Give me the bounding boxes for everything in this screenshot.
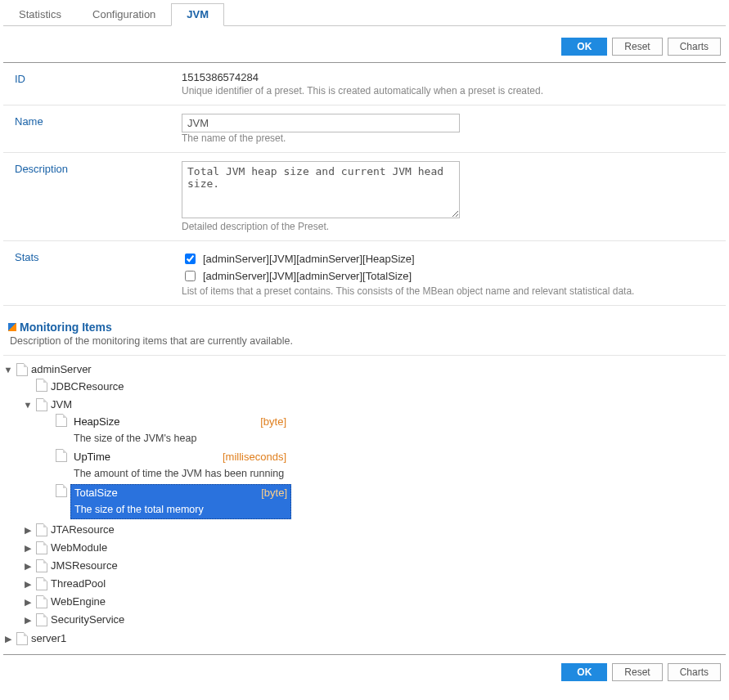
expand-toggle-icon[interactable]: ▼ [3, 361, 13, 378]
leaf-unit-uptime: [milliseconds] [223, 449, 286, 465]
expand-toggle-icon[interactable]: ▶ [23, 558, 33, 574]
document-icon [36, 398, 47, 411]
bottom-button-bar: OK Reset Charts [3, 654, 726, 688]
document-icon [16, 632, 28, 645]
value-id: 1515386574284 [182, 71, 719, 83]
tree-node-threadpool[interactable]: ▶ ThreadPool [23, 576, 726, 592]
monitoring-items-desc: Description of the monitoring items that… [10, 335, 726, 347]
stats-checkbox-1[interactable] [185, 271, 196, 281]
label-name: Name [10, 114, 182, 144]
tree-label-server1: server1 [31, 630, 66, 647]
reset-button-top[interactable]: Reset [612, 38, 662, 56]
description-input[interactable]: Total JVM heap size and current JVM head… [182, 161, 460, 218]
leaf-name-totalsize: TotalSize [74, 485, 118, 501]
document-icon [56, 449, 67, 462]
tree-label-jmsresource: JMSResource [51, 558, 118, 574]
charts-button-top[interactable]: Charts [668, 38, 721, 56]
row-name: Name The name of the preset. [3, 105, 726, 153]
tree-label-jdbcresource: JDBCResource [51, 379, 124, 395]
expand-toggle-icon[interactable]: ▶ [3, 630, 13, 647]
tree-label-webengine: WebEngine [51, 594, 106, 610]
document-icon [36, 595, 47, 608]
document-icon [36, 379, 47, 392]
tab-jvm[interactable]: JVM [171, 3, 224, 26]
document-icon [36, 523, 47, 536]
document-icon [36, 541, 47, 554]
monitoring-items-heading: Monitoring Items [8, 321, 726, 334]
tree-label-jtaresource: JTAResource [51, 522, 115, 538]
ok-button-top[interactable]: OK [561, 38, 607, 56]
tree-node-server1[interactable]: ▶ server1 [3, 630, 726, 647]
leaf-desc-heapsize: The size of the JVM's heap [74, 430, 286, 446]
help-id: Unique identifier of a preset. This is c… [182, 85, 719, 96]
tree-label-threadpool: ThreadPool [51, 576, 106, 592]
tree-label-securityservice: SecurityService [51, 612, 124, 628]
document-icon [56, 484, 67, 497]
monitoring-items-icon [8, 323, 16, 331]
expand-toggle-icon[interactable]: ▶ [23, 522, 33, 538]
expand-toggle-icon[interactable]: ▶ [23, 612, 33, 628]
document-icon [56, 414, 67, 427]
label-stats: Stats [10, 249, 182, 297]
top-button-bar: OK Reset Charts [3, 26, 726, 63]
tree-label-adminserver: adminServer [31, 361, 92, 378]
row-stats: Stats [adminServer][JVM][adminServer][He… [3, 241, 726, 306]
leaf-desc-uptime: The amount of time the JVM has been runn… [74, 465, 286, 482]
tree-node-webmodule[interactable]: ▶ WebModule [23, 540, 726, 556]
tree-label-webmodule: WebModule [51, 540, 107, 556]
expand-toggle-icon[interactable]: ▶ [23, 594, 33, 610]
tree-node-webengine[interactable]: ▶ WebEngine [23, 594, 726, 610]
document-icon [36, 613, 47, 626]
stats-item-0[interactable]: [adminServer][JVM][adminServer][HeapSize… [182, 251, 719, 267]
stats-item-0-label: [adminServer][JVM][adminServer][HeapSize… [203, 253, 415, 265]
expand-toggle-icon[interactable]: ▶ [23, 576, 33, 592]
tree-leaf-heapsize[interactable]: HeapSize [byte] The size of the JVM's he… [43, 414, 726, 447]
leaf-unit-heapsize: [byte] [260, 414, 286, 430]
ok-button-bottom[interactable]: OK [561, 663, 607, 681]
leaf-name-heapsize: HeapSize [74, 414, 119, 430]
help-name: The name of the preset. [182, 132, 719, 144]
help-stats: List of items that a preset contains. Th… [182, 285, 719, 297]
label-id: ID [10, 71, 182, 96]
name-input[interactable] [182, 114, 460, 132]
tree-node-adminserver[interactable]: ▼ adminServer [3, 361, 726, 378]
monitoring-items-title: Monitoring Items [20, 321, 112, 334]
tab-statistics[interactable]: Statistics [3, 3, 77, 25]
tree-node-jtaresource[interactable]: ▶ JTAResource [23, 522, 726, 538]
tree-leaf-uptime[interactable]: UpTime [milliseconds] The amount of time… [43, 449, 726, 482]
leaf-name-uptime: UpTime [74, 449, 110, 465]
row-id: ID 1515386574284 Unique identifier of a … [3, 63, 726, 105]
tree-leaf-totalsize[interactable]: TotalSize [byte] The size of the total m… [43, 484, 726, 519]
tree-node-jvm[interactable]: ▼ JVM [23, 397, 726, 413]
tree-node-jdbcresource[interactable]: JDBCResource [23, 379, 726, 395]
reset-button-bottom[interactable]: Reset [612, 663, 662, 681]
monitoring-tree: ▼ adminServer JDBCResource ▼ JVM [3, 355, 726, 648]
stats-checkbox-0[interactable] [185, 254, 196, 264]
help-description: Detailed description of the Preset. [182, 221, 719, 232]
tree-node-securityservice[interactable]: ▶ SecurityService [23, 612, 726, 628]
leaf-unit-totalsize: [byte] [261, 485, 287, 501]
expand-toggle-icon[interactable]: ▼ [23, 397, 33, 413]
tree-label-jvm: JVM [51, 397, 72, 413]
charts-button-bottom[interactable]: Charts [668, 663, 721, 681]
tabs-bar: Statistics Configuration JVM [3, 3, 726, 26]
row-description: Description Total JVM heap size and curr… [3, 153, 726, 241]
stats-item-1[interactable]: [adminServer][JVM][adminServer][TotalSiz… [182, 268, 719, 284]
document-icon [16, 363, 28, 376]
tree-node-jmsresource[interactable]: ▶ JMSResource [23, 558, 726, 574]
document-icon [36, 577, 47, 590]
leaf-desc-totalsize: The size of the total memory [74, 501, 287, 518]
expand-toggle-icon[interactable]: ▶ [23, 540, 33, 556]
tab-configuration[interactable]: Configuration [77, 3, 171, 25]
stats-item-1-label: [adminServer][JVM][adminServer][TotalSiz… [203, 270, 412, 282]
document-icon [36, 559, 47, 572]
label-description: Description [10, 161, 182, 232]
